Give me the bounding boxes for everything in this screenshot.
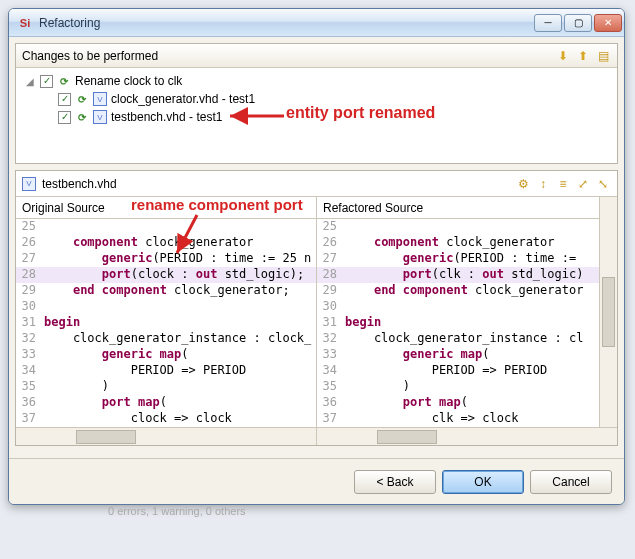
tree-item-label: testbench.vhd - test1	[111, 110, 222, 124]
expand-down-icon[interactable]: ⬇	[555, 48, 571, 64]
tree-item[interactable]: ◢ ✓ ⟳ V testbench.vhd - test1	[24, 108, 609, 126]
checkbox[interactable]: ✓	[40, 75, 53, 88]
filter-icon[interactable]: ▤	[595, 48, 611, 64]
file-icon: V	[93, 92, 107, 106]
diff-icon[interactable]: ⤢	[575, 176, 591, 192]
ok-button[interactable]: OK	[442, 470, 524, 494]
window-controls: ─ ▢ ✕	[534, 14, 622, 32]
maximize-button[interactable]: ▢	[564, 14, 592, 32]
file-icon: V	[93, 110, 107, 124]
status-bar: 0 errors, 1 warning, 0 others	[8, 505, 627, 517]
changes-header: Changes to be performed	[22, 49, 555, 63]
refactor-icon: ⟳	[75, 110, 89, 124]
diff-icon[interactable]: ⤡	[595, 176, 611, 192]
refactored-source-title: Refactored Source	[317, 197, 617, 219]
vertical-scrollbar[interactable]	[599, 197, 617, 427]
minimize-button[interactable]: ─	[534, 14, 562, 32]
refactored-source-pane: Refactored Source 2526 component clock_g…	[317, 197, 617, 445]
checkbox[interactable]: ✓	[58, 111, 71, 124]
expand-up-icon[interactable]: ⬆	[575, 48, 591, 64]
changes-panel: Changes to be performed ⬇ ⬆ ▤ ◢ ✓ ⟳ Rena…	[15, 43, 618, 164]
cancel-button[interactable]: Cancel	[530, 470, 612, 494]
tree-item-label: clock_generator.vhd - test1	[111, 92, 255, 106]
tree-item[interactable]: ◢ ✓ ⟳ V clock_generator.vhd - test1	[24, 90, 609, 108]
horizontal-scrollbar[interactable]	[16, 427, 316, 445]
titlebar[interactable]: Si Refactoring ─ ▢ ✕	[9, 9, 624, 37]
refactoring-dialog: Si Refactoring ─ ▢ ✕ Changes to be perfo…	[8, 8, 625, 505]
diff-icon[interactable]: ⚙	[515, 176, 531, 192]
app-icon: Si	[17, 15, 33, 31]
window-title: Refactoring	[39, 16, 100, 30]
original-source-title: Original Source	[16, 197, 316, 219]
refactor-icon: ⟳	[57, 74, 71, 88]
close-button[interactable]: ✕	[594, 14, 622, 32]
original-code[interactable]: 2526 component clock_generator27 generic…	[16, 219, 316, 427]
original-source-pane: Original Source 2526 component clock_gen…	[16, 197, 317, 445]
button-bar: < Back OK Cancel	[9, 458, 624, 504]
changes-tree[interactable]: ◢ ✓ ⟳ Rename clock to clk ◢ ✓ ⟳ V clock_…	[16, 68, 617, 163]
horizontal-scrollbar[interactable]	[317, 427, 617, 445]
tree-root-label: Rename clock to clk	[75, 74, 182, 88]
collapse-icon[interactable]: ◢	[24, 76, 36, 87]
diff-icon[interactable]: ↕	[535, 176, 551, 192]
diff-file-label: testbench.vhd	[42, 177, 509, 191]
file-icon: V	[22, 177, 36, 191]
refactored-code[interactable]: 2526 component clock_generator27 generic…	[317, 219, 617, 427]
diff-icon[interactable]: ≡	[555, 176, 571, 192]
diff-panel: V testbench.vhd ⚙ ↕ ≡ ⤢ ⤡ Original Sourc…	[15, 170, 618, 446]
back-button[interactable]: < Back	[354, 470, 436, 494]
checkbox[interactable]: ✓	[58, 93, 71, 106]
refactor-icon: ⟳	[75, 92, 89, 106]
tree-root-row[interactable]: ◢ ✓ ⟳ Rename clock to clk	[24, 72, 609, 90]
